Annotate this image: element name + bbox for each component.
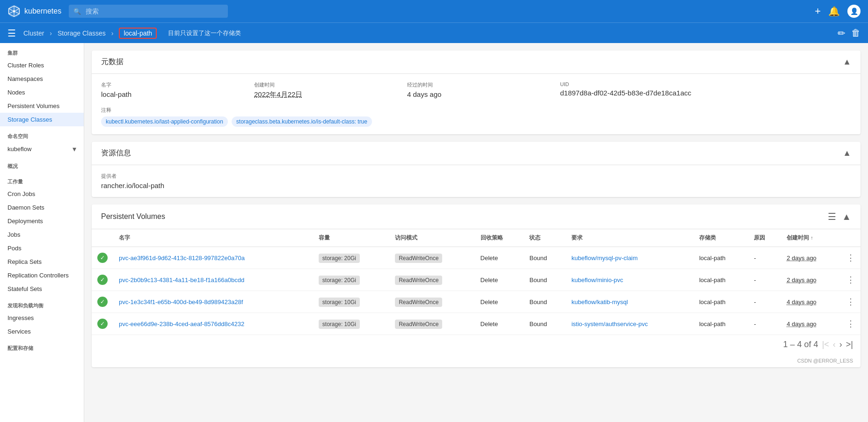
pv-name-link[interactable]: pvc-ae3f961d-9d62-413c-8128-997822e0a70a: [119, 255, 245, 262]
sidebar-item-deployments[interactable]: Deployments: [0, 214, 84, 228]
claim-link[interactable]: istio-system/authservice-pvc: [571, 320, 648, 327]
namespace-value: kubeflow: [7, 146, 73, 153]
sidebar: 集群 Cluster Roles Namespaces Nodes Persis…: [0, 43, 84, 422]
row-reclaim: Delete: [475, 291, 524, 313]
claim-link[interactable]: kubeflow/katib-mysql: [571, 298, 628, 306]
pv-name-link[interactable]: pvc-eee66d9e-238b-4ced-aeaf-8576dd8c4232: [119, 320, 244, 327]
row-created: 2 days ago: [781, 247, 841, 269]
sidebar-section-cluster: 集群: [0, 43, 84, 58]
next-page-icon[interactable]: ›: [839, 340, 842, 349]
table-row: ✓ pvc-ae3f961d-9d62-413c-8128-997822e0a7…: [92, 247, 861, 269]
row-name: pvc-2b0b9c13-4381-4a11-be18-f1a166a0bcdd: [113, 269, 313, 291]
meta-name: 名字 local-path: [101, 81, 247, 99]
add-button[interactable]: +: [815, 5, 821, 17]
row-name: pvc-1e3c34f1-e65b-400d-be49-8d989423a28f: [113, 291, 313, 313]
notifications-icon[interactable]: 🔔: [828, 6, 840, 17]
row-access: ReadWriteOnce: [389, 269, 474, 291]
row-menu: ⋮: [841, 269, 861, 291]
row-more-icon[interactable]: ⋮: [846, 297, 855, 306]
row-menu: ⋮: [841, 247, 861, 269]
search-icon: 🔍: [73, 8, 81, 15]
search-wrap: 🔍: [69, 5, 228, 18]
pv-name-link[interactable]: pvc-1e3c34f1-e65b-400d-be49-8d989423a28f: [119, 298, 243, 306]
th-claim: 要求: [566, 229, 693, 247]
breadcrumb-note: 目前只设置了这一个存储类: [168, 29, 241, 37]
table-row: ✓ pvc-2b0b9c13-4381-4a11-be18-f1a166a0bc…: [92, 269, 861, 291]
access-badge: ReadWriteOnce: [395, 276, 442, 285]
sidebar-item-cron-jobs[interactable]: Cron Jobs: [0, 187, 84, 201]
breadcrumb-cluster[interactable]: Cluster: [23, 29, 44, 37]
sidebar-item-cluster-roles[interactable]: Cluster Roles: [0, 58, 84, 72]
main-layout: 集群 Cluster Roles Namespaces Nodes Persis…: [0, 43, 868, 422]
row-more-icon[interactable]: ⋮: [846, 319, 855, 328]
th-created[interactable]: 创建时间: [781, 229, 841, 247]
th-actions: [841, 229, 861, 247]
app-logo: kubernetes: [7, 5, 61, 18]
row-capacity: storage: 10Gi: [313, 291, 389, 313]
annotation-chip-1[interactable]: kubectl.kubernetes.io/last-applied-confi…: [101, 116, 228, 127]
delete-icon[interactable]: 🗑: [851, 28, 861, 39]
row-storage-class: local-path: [693, 291, 748, 313]
breadcrumb-actions: ✏ 🗑: [838, 28, 861, 39]
sidebar-item-ingresses[interactable]: Ingresses: [0, 311, 84, 325]
sidebar-item-pods[interactable]: Pods: [0, 241, 84, 255]
topbar: kubernetes 🔍 + 🔔 👤: [0, 0, 868, 22]
row-reclaim: Delete: [475, 269, 524, 291]
row-reason: -: [748, 247, 781, 269]
sidebar-item-namespaces[interactable]: Namespaces: [0, 72, 84, 86]
row-capacity: storage: 20Gi: [313, 269, 389, 291]
sidebar-item-persistent-volumes[interactable]: Persistent Volumes: [0, 99, 84, 113]
metadata-card: 元数据 ▲ 名字 local-path 创建时间 2022年4月22日 经过的时…: [92, 51, 861, 134]
row-created: 4 days ago: [781, 313, 841, 335]
pv-collapse-btn[interactable]: ▲: [842, 211, 851, 222]
edit-icon[interactable]: ✏: [838, 28, 846, 39]
topbar-actions: + 🔔 👤: [815, 5, 861, 18]
svg-point-1: [13, 10, 15, 12]
sidebar-item-daemon-sets[interactable]: Daemon Sets: [0, 201, 84, 214]
pv-name-link[interactable]: pvc-2b0b9c13-4381-4a11-be18-f1a166a0bcdd: [119, 276, 244, 284]
row-more-icon[interactable]: ⋮: [846, 253, 855, 262]
sidebar-item-replication-controllers[interactable]: Replication Controllers: [0, 269, 84, 282]
meta-created-value: 2022年4月22日: [254, 90, 400, 99]
row-capacity: storage: 20Gi: [313, 247, 389, 269]
namespace-selector[interactable]: kubeflow ▾: [0, 142, 84, 156]
first-page-icon[interactable]: |<: [822, 340, 829, 349]
content-area: 元数据 ▲ 名字 local-path 创建时间 2022年4月22日 经过的时…: [84, 43, 868, 422]
sidebar-item-stateful-sets[interactable]: Stateful Sets: [0, 282, 84, 296]
table-row: ✓ pvc-eee66d9e-238b-4ced-aeaf-8576dd8c42…: [92, 313, 861, 335]
capacity-badge: storage: 20Gi: [319, 276, 360, 285]
sidebar-item-replica-sets[interactable]: Replica Sets: [0, 255, 84, 269]
sidebar-item-storage-classes[interactable]: Storage Classes: [0, 113, 84, 126]
claim-link[interactable]: kubeflow/minio-pvc: [571, 276, 623, 284]
status-check: ✓: [97, 319, 108, 329]
claim-link[interactable]: kubeflow/mysql-pv-claim: [571, 255, 638, 262]
resource-card: 资源信息 ▲ 提供者 rancher.io/local-path: [92, 142, 861, 197]
user-avatar[interactable]: 👤: [847, 5, 861, 18]
sidebar-item-services[interactable]: Services: [0, 325, 84, 338]
metadata-collapse-btn[interactable]: ▲: [843, 57, 851, 67]
breadcrumb-current: local-path: [119, 28, 157, 39]
row-menu: ⋮: [841, 291, 861, 313]
row-status: Bound: [524, 313, 566, 335]
prev-page-icon[interactable]: ‹: [833, 340, 836, 349]
pv-filter-icon[interactable]: ☰: [828, 211, 836, 222]
row-name: pvc-eee66d9e-238b-4ced-aeaf-8576dd8c4232: [113, 313, 313, 335]
menu-icon[interactable]: ☰: [7, 28, 16, 39]
row-access: ReadWriteOnce: [389, 313, 474, 335]
row-more-icon[interactable]: ⋮: [846, 275, 855, 284]
breadcrumb-storage-classes[interactable]: Storage Classes: [58, 29, 106, 37]
row-status-icon: ✓: [92, 291, 113, 313]
th-capacity: 容量: [313, 229, 389, 247]
th-name[interactable]: 名字: [113, 229, 313, 247]
row-status-icon: ✓: [92, 269, 113, 291]
last-page-icon[interactable]: >|: [846, 340, 853, 349]
sidebar-section-workload: 工作量: [0, 172, 84, 187]
row-capacity: storage: 10Gi: [313, 313, 389, 335]
pv-table-actions: ☰ ▲: [828, 211, 851, 222]
search-input[interactable]: [69, 5, 228, 18]
sidebar-item-jobs[interactable]: Jobs: [0, 228, 84, 241]
status-check: ✓: [97, 297, 108, 307]
resource-collapse-btn[interactable]: ▲: [843, 148, 851, 158]
sidebar-item-nodes[interactable]: Nodes: [0, 86, 84, 99]
annotation-chip-2[interactable]: storageclass.beta.kubernetes.io/is-defau…: [232, 116, 372, 127]
